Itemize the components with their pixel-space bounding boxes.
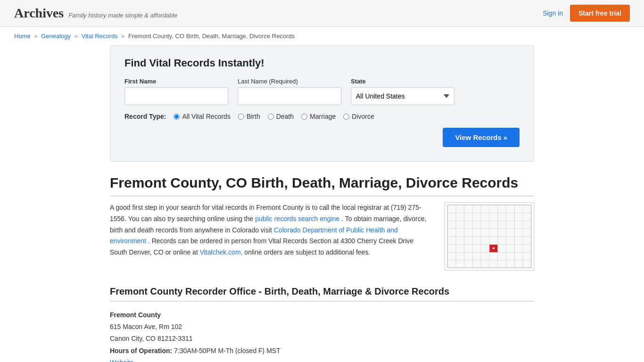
office-info: Fremont County 615 Macon Ave, Rm 102 Can… — [110, 309, 534, 362]
last-name-label: Last Name (Required) — [238, 78, 341, 85]
state-label: State — [351, 78, 454, 85]
view-records-button[interactable]: View Records » — [443, 128, 520, 147]
radio-all-vital-input[interactable] — [173, 114, 180, 120]
header: Archives Family history made simple & af… — [0, 0, 644, 27]
radio-marriage-input[interactable] — [301, 114, 307, 120]
hours-label: Hours of Operation: — [110, 347, 172, 354]
link-vitalchek[interactable]: Vitalchek.com, — [200, 248, 243, 256]
trial-button[interactable]: Start free trial — [570, 5, 630, 22]
breadcrumb-vital-records[interactable]: Vital Records — [82, 33, 118, 40]
office-address2: Canon City, CO 81212-3311 — [110, 333, 534, 345]
office-website[interactable]: Website — [110, 359, 133, 362]
first-name-label: First Name — [124, 78, 228, 85]
office-section-heading: Fremont County Recorder Office - Birth, … — [110, 286, 534, 302]
office-name: Fremont County — [110, 311, 161, 319]
last-name-group: Last Name (Required) — [238, 78, 341, 105]
first-name-input[interactable] — [124, 87, 228, 105]
colorado-map — [445, 202, 534, 271]
breadcrumb-genealogy[interactable]: Genealogy — [41, 33, 71, 40]
header-left: Archives Family history made simple & af… — [14, 6, 177, 21]
radio-marriage[interactable]: Marriage — [301, 113, 336, 120]
intro-text-4: online orders are subject to additional … — [244, 248, 370, 256]
header-right: Sign in Start free trial — [543, 5, 630, 22]
search-fields: First Name Last Name (Required) State Al… — [124, 78, 520, 105]
radio-divorce-input[interactable] — [343, 114, 349, 120]
record-type-label: Record Type: — [124, 113, 166, 120]
sep3: » — [121, 33, 124, 40]
link-public-records[interactable]: public records search engine — [255, 215, 339, 222]
office-hours-row: Hours of Operation: 7:30AM-50PM M-Th (cl… — [110, 345, 534, 357]
sep2: » — [74, 33, 78, 40]
svg-point-18 — [493, 247, 495, 249]
main-content: Find Vital Records Instantly! First Name… — [96, 45, 548, 362]
sep1: » — [34, 33, 37, 40]
record-type-row: Record Type: All Vital Records Birth Dea… — [124, 113, 520, 120]
record-type-options: All Vital Records Birth Death Marriage D… — [173, 113, 374, 120]
office-address1: 615 Macon Ave, Rm 102 — [110, 321, 534, 333]
state-select[interactable]: All United States — [351, 87, 454, 105]
first-name-group: First Name — [124, 78, 228, 105]
content-section: A good first step in your search for vit… — [110, 202, 534, 272]
breadcrumb: Home » Genealogy » Vital Records » Fremo… — [0, 27, 644, 45]
last-name-input[interactable] — [238, 87, 341, 105]
radio-death[interactable]: Death — [268, 113, 294, 120]
radio-all-vital[interactable]: All Vital Records — [173, 113, 230, 120]
office-hours: 7:30AM-50PM M-Th (closed F) MST — [174, 347, 281, 354]
breadcrumb-current: Fremont County, CO Birth, Death, Marriag… — [128, 33, 295, 40]
radio-birth[interactable]: Birth — [238, 113, 260, 120]
content-text: A good first step in your search for vit… — [110, 202, 430, 272]
breadcrumb-home[interactable]: Home — [14, 33, 31, 40]
radio-divorce[interactable]: Divorce — [343, 113, 374, 120]
page-heading: Fremont County, CO Birth, Death, Marriag… — [110, 175, 534, 197]
search-box: Find Vital Records Instantly! First Name… — [110, 45, 534, 162]
radio-birth-input[interactable] — [238, 114, 244, 120]
intro-paragraph: A good first step in your search for vit… — [110, 202, 430, 258]
signin-link[interactable]: Sign in — [543, 9, 563, 17]
search-title: Find Vital Records Instantly! — [124, 57, 520, 69]
search-btn-row: View Records » — [124, 128, 520, 147]
radio-death-input[interactable] — [268, 114, 274, 120]
state-group: State All United States — [351, 78, 454, 105]
logo: Archives — [14, 6, 64, 21]
tagline: Family history made simple & affordable — [68, 12, 177, 19]
map-container — [445, 202, 534, 272]
